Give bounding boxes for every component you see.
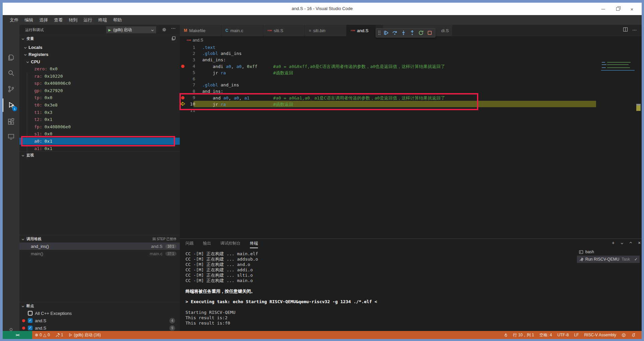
close-button[interactable]: ×	[627, 6, 637, 12]
variables-section-header[interactable]: 变量	[19, 35, 180, 42]
code-line[interactable]: 11	[180, 107, 642, 114]
watch-section-header[interactable]: 监视	[19, 151, 180, 159]
register-row[interactable]: t1:0x3	[19, 109, 180, 116]
terminal-list-item-task[interactable]: Run RISCV-QEMU Task ✓	[577, 256, 640, 263]
extensions-icon[interactable]	[3, 115, 19, 129]
panel-tab-终端[interactable]: 终端	[250, 239, 258, 248]
running-tasks-status[interactable]: 1	[53, 331, 66, 339]
code-line[interactable]: 2.globl andi_ins	[180, 51, 642, 57]
code-line[interactable]: 1.text	[180, 44, 642, 51]
search-icon[interactable]	[3, 66, 19, 80]
debug-session-status[interactable]: (gdb) 启动 (16)	[66, 331, 103, 339]
tab-main.c[interactable]: Cmain.c	[221, 25, 263, 36]
editor-more-actions-icon[interactable]: ⋯	[632, 27, 637, 32]
notifications-bell-icon[interactable]	[629, 331, 638, 339]
explorer-icon[interactable]	[3, 51, 19, 64]
step-into-button[interactable]	[399, 29, 408, 37]
code-line[interactable]: 8and_ins:	[180, 88, 642, 95]
register-row[interactable]: ra:0x10220	[19, 72, 180, 80]
call-stack-section-header[interactable]: 调用堆栈 因 STEP 已暂停	[19, 235, 180, 243]
stack-frame-row[interactable]: and_ins() and.S 10:1	[19, 243, 180, 250]
register-row[interactable]: s1:0x0	[19, 130, 180, 138]
toolbar-grip-icon[interactable]	[377, 29, 381, 37]
sidebar-more-actions-icon[interactable]: ⋯	[171, 25, 176, 31]
remote-explorer-icon[interactable]	[3, 130, 19, 143]
split-editor-icon[interactable]	[623, 27, 628, 31]
eol-status[interactable]: LF	[572, 331, 582, 339]
menu-item[interactable]: 转到	[66, 16, 80, 24]
run-and-debug-icon[interactable]: 1	[3, 98, 19, 112]
flame-icon[interactable]	[501, 331, 511, 339]
problems-status[interactable]: ⊗ 0 △ 0	[32, 331, 53, 339]
breakpoint-row[interactable]: ✓and.S9	[19, 324, 180, 332]
language-mode-status[interactable]: RISC-V Assembly	[582, 331, 619, 339]
register-row[interactable]: zero:0x0	[19, 65, 180, 73]
stop-button[interactable]	[426, 29, 434, 37]
register-row[interactable]: t0:0x3e8	[19, 101, 180, 109]
breakpoint-row[interactable]: All C++ Exceptions	[19, 310, 180, 317]
tab-and.S[interactable]: ASMand.S	[346, 25, 376, 36]
terminal-list-item-bash[interactable]: bash	[577, 248, 640, 256]
debug-config-dropdown[interactable]: ▶ (gdb) 启动	[106, 26, 156, 33]
register-row[interactable]: t2:0x1	[19, 116, 180, 123]
step-over-button[interactable]	[391, 29, 399, 37]
remote-indicator[interactable]: ><	[3, 331, 32, 339]
breakpoint-dot-icon[interactable]	[181, 65, 184, 68]
new-terminal-icon[interactable]: +	[610, 240, 616, 246]
menu-item[interactable]: 终端	[95, 16, 110, 24]
tree-item-cpu[interactable]: CPU	[19, 58, 180, 65]
tab-slti.S[interactable]: ASMslti.S	[263, 25, 305, 36]
tree-item-registers[interactable]: Registers	[19, 51, 180, 58]
cursor-position-status[interactable]: 行 10，列 1	[511, 331, 537, 339]
indentation-status[interactable]: 空格: 4	[537, 331, 554, 339]
tab-slti.bin[interactable]: ≡slti.bin	[305, 25, 346, 36]
code-line[interactable]: 3andi_ins:	[180, 57, 642, 63]
register-row[interactable]: sp:0x408006c0	[19, 80, 180, 87]
overlapping-squares-icon[interactable]	[171, 36, 176, 41]
feedback-icon[interactable]	[619, 331, 629, 339]
menu-item[interactable]: 查看	[51, 16, 66, 24]
minimize-button[interactable]	[598, 6, 608, 12]
breakpoint-checkbox[interactable]	[28, 311, 33, 316]
register-row[interactable]: gp:0x27920	[19, 87, 180, 94]
breakpoint-checkbox[interactable]: ✓	[28, 318, 33, 323]
maximize-panel-icon[interactable]	[628, 240, 633, 246]
register-row[interactable]: fp:0x408006e0	[19, 123, 180, 131]
register-row[interactable]: tp:0x0	[19, 94, 180, 101]
panel-tab-调试控制台[interactable]: 调试控制台	[220, 239, 240, 248]
code-line[interactable]: 9 and a0, a0, a1 #a0 = a0&a1,a0、a1是C语言调用…	[180, 94, 642, 101]
panel-tab-问题[interactable]: 问题	[185, 239, 194, 248]
debug-settings-gear-icon[interactable]	[162, 27, 167, 33]
register-row[interactable]: a0:0x1	[19, 138, 180, 145]
tab-Makefile[interactable]: MMakefile	[180, 25, 221, 36]
start-debug-icon[interactable]: ▶	[108, 28, 111, 32]
breakpoints-section-header[interactable]: 断点	[19, 302, 180, 310]
restart-button[interactable]	[417, 29, 425, 37]
step-out-button[interactable]	[408, 29, 416, 37]
menu-item[interactable]: 帮助	[110, 16, 125, 24]
register-row[interactable]: a1:0x1	[19, 145, 180, 152]
maximize-button[interactable]	[613, 6, 623, 12]
tree-item-locals[interactable]: Locals	[19, 44, 180, 51]
breakpoint-row[interactable]: ✓and.S4	[19, 317, 180, 324]
menu-item[interactable]: 编辑	[21, 16, 36, 24]
code-line[interactable]: 10 jr ra #函数返回	[180, 101, 642, 107]
breakpoint-dot-icon[interactable]	[181, 96, 184, 99]
menu-item[interactable]: 文件	[7, 16, 21, 24]
code-line[interactable]: 5 jr ra #函数返回	[180, 69, 642, 76]
code-line[interactable]: 6	[180, 76, 642, 82]
minimap[interactable]	[600, 61, 636, 72]
continue-button[interactable]	[382, 29, 390, 37]
code-line[interactable]: 7.globl and_ins	[180, 82, 642, 88]
terminal-dropdown-chevron-icon[interactable]	[619, 240, 625, 246]
stack-frame-row[interactable]: main() main.c 37:1	[19, 250, 180, 257]
panel-tab-输出[interactable]: 输出	[203, 239, 211, 248]
code-editor[interactable]: 1.text2.globl andi_ins3andi_ins:4 andi a…	[180, 44, 642, 238]
encoding-status[interactable]: UTF-8	[555, 331, 572, 339]
close-panel-icon[interactable]: ×	[637, 240, 642, 246]
breakpoint-checkbox[interactable]: ✓	[28, 326, 33, 330]
source-control-icon[interactable]	[3, 82, 19, 96]
code-line[interactable]: 4 andi a0, a0, 0xff #a0 = a0&0xff,a0是C语言…	[180, 63, 642, 69]
menu-item[interactable]: 选择	[36, 16, 51, 24]
menu-item[interactable]: 运行	[80, 16, 95, 24]
